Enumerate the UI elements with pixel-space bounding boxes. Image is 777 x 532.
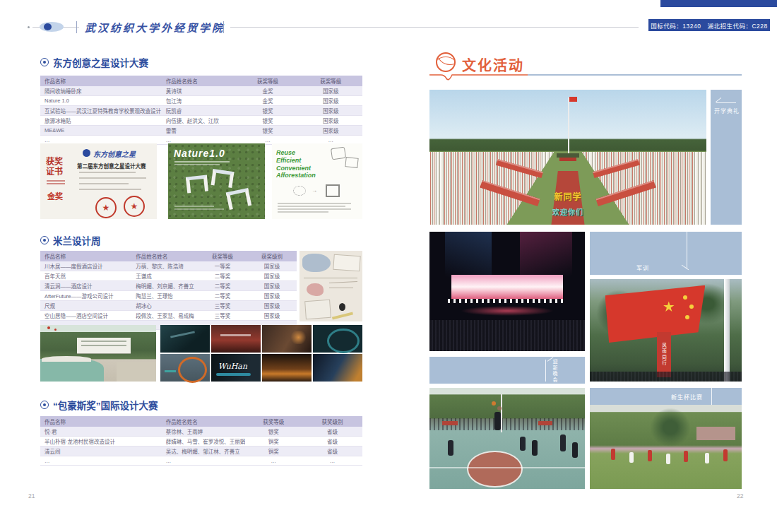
nature-poster: Nature1.0 (168, 143, 265, 219)
table-cell: … (40, 456, 162, 466)
table-row: 尺规胡冰心三等奖国家级 (40, 301, 297, 311)
table-cell: 金奖 (237, 86, 299, 96)
label-flourish (716, 102, 736, 103)
arrow-icon: → (312, 187, 317, 194)
page-number-right: 22 (737, 492, 743, 500)
poster-text-line (278, 206, 345, 207)
tile-streak (165, 370, 177, 372)
page-number-left: 21 (28, 492, 35, 500)
column-header: 获奖等级 (237, 76, 299, 86)
table-cell: 吴达、梅明媚、邹江林、齐善立 (162, 447, 245, 456)
school-code-badge: 国标代码：13240 湖北招生代码：C228 (648, 19, 770, 31)
grid-tile (262, 354, 312, 382)
photo-label: 新生杯比赛 (671, 393, 703, 401)
military-training-strip: 军训 (590, 232, 742, 275)
crowd-silhouettes (590, 372, 742, 382)
table-cell: 国家级 (247, 291, 297, 301)
table-cell: 省级 (302, 447, 362, 456)
table-cell: 清云涧——酒店设计 (40, 281, 131, 291)
table-row: 半山朴宿·龙池村民宿改造设计薛婧琳、马雪、崔罗凌悦、王丽娟铜奖省级 (40, 437, 362, 447)
certificate-logo-text: 东方创意之星 (93, 148, 136, 159)
performers-row (448, 299, 566, 303)
freshman-cup-strip: 新生杯比赛 (590, 388, 742, 405)
design-video-grid: WuHan (160, 325, 362, 382)
grid-tile (313, 325, 362, 353)
reuse-title: ReuseEfficientConvenientAfforestation (276, 149, 316, 179)
school-name-calligraphy: 武汉纺织大学外经贸学院 (79, 20, 230, 35)
opening-ceremony-strip: 开学典礼 (711, 90, 742, 225)
red-seal-icon: ★ (95, 197, 117, 218)
stool-shape (186, 175, 208, 193)
building-window-line (81, 341, 126, 342)
top-corner-bar (660, 0, 777, 7)
dongfang-awards-table: 作品名称作品姓名姓名获奖等级获奖等级隔间收纳睡卧床黄诗琪金奖国家级Nature … (40, 76, 362, 145)
poster-text-line (278, 203, 351, 204)
table-cell: 向伍捷、赵洪文、江欣 (162, 116, 237, 126)
opening-ceremony-photo: 新同学 欢迎你们 (429, 90, 706, 225)
table-cell: 隔间收纳睡卧床 (40, 86, 162, 96)
poster-text-line (174, 206, 214, 207)
player-red (723, 449, 728, 461)
tree-blob (651, 408, 690, 447)
milan-awards-table: 作品名称作品姓名姓名获奖等级获奖级别川木居——度假酒店设计万萌、黎庆、陈浩琦一等… (40, 251, 297, 330)
certificate-award: 金奖 (47, 190, 63, 201)
culture-divider (429, 72, 742, 81)
table-cell: 国家级 (247, 261, 297, 271)
table-cell: 包江涛 (162, 96, 237, 106)
deck-area (117, 362, 156, 382)
collage-blob (302, 254, 331, 272)
column-header: 作品名称 (40, 76, 162, 86)
sketch-shape (345, 157, 358, 168)
table-cell: 梅明媚、刘京媚、齐善立 (131, 281, 198, 291)
table-cell: 国家级 (299, 116, 362, 126)
sketch-scribble (293, 186, 306, 196)
table-cell: 悦·君 (40, 427, 162, 437)
table-row: 清云涧——酒店设计梅明媚、刘京媚、齐善立二等奖国家级 (40, 281, 297, 291)
player-red (611, 449, 615, 460)
column-header: 获奖等级 (299, 76, 362, 86)
column-header: 作品名称 (40, 416, 162, 427)
bridge-streak (216, 373, 251, 376)
certificate-photo: 获奖证书 金奖 东方创意之星 第二届东方创意之星设计大赛 ★ ★ (40, 143, 157, 219)
stage-glow (461, 306, 554, 316)
sketch-shape (331, 147, 346, 160)
certificate-event: 第二届东方创意之星设计大赛 (77, 162, 146, 170)
table-cell: 银奖 (237, 126, 299, 136)
table-cell: … (162, 456, 245, 466)
brochure-spread: 武汉纺织大学外经贸学院 国标代码：13240 湖北招生代码：C228 东方创意之… (0, 0, 777, 532)
pool-shape (40, 359, 104, 382)
collage-line (329, 281, 357, 283)
column-header: 作品姓名姓名 (162, 416, 245, 427)
photo-label: 迎新晚会 (551, 359, 558, 383)
player-red (684, 451, 688, 462)
table-cell: 半山朴宿·龙池村民宿改造设计 (40, 437, 162, 447)
small-flag (569, 97, 577, 102)
table-cell: 银奖 (237, 116, 299, 126)
collage-accent (332, 312, 353, 319)
poster-text-line (278, 211, 328, 213)
table-cell: 陶慧兰、王璟怡 (131, 291, 198, 301)
welcome-party-photo (429, 232, 585, 351)
collage-line (329, 288, 353, 288)
table-cell: Nature 1.0 (40, 96, 162, 106)
table-cell: 国家级 (299, 86, 362, 96)
table-row: 旅源冰箱贴向伍捷、赵洪文、江欣银奖国家级 (40, 116, 362, 126)
column-header: 获奖等级 (245, 416, 302, 427)
table-cell: 互试验站——武汉江夏特殊教育学校景观改造设计 (40, 106, 162, 116)
photo-bg (590, 405, 742, 489)
table-row: 隔间收纳睡卧床黄诗琪金奖国家级 (40, 86, 362, 96)
slogan-text: 风雨同行 (660, 343, 668, 367)
certificate-text-line (79, 189, 141, 190)
flag-star-small (685, 315, 689, 319)
certificate-logo-icon (83, 149, 90, 157)
table-cell: 段佩汝、王家慧、易成梅 (131, 311, 198, 321)
bike-wheel-ring (178, 357, 207, 383)
court-line (429, 467, 585, 468)
table-row: 百年天然王谦成二等奖国家级 (40, 271, 297, 281)
header-tick-right (223, 21, 224, 33)
tile-ring (327, 329, 360, 354)
stage-screen (451, 275, 563, 299)
table-cell: 雷蕾 (162, 126, 237, 136)
table-row: AfterFuture——游戏公司设计陶慧兰、王璟怡二等奖国家级 (40, 291, 297, 301)
circle-dot-icon (40, 401, 49, 409)
